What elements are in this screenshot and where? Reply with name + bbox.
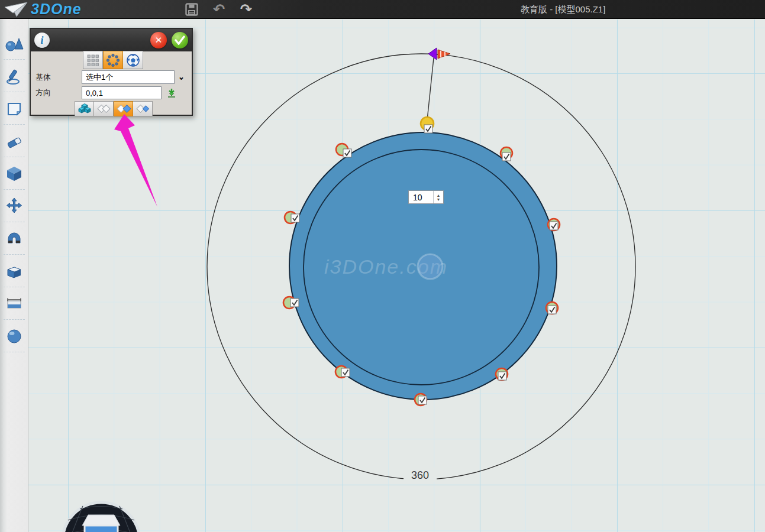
pattern-mode-buttons bbox=[75, 101, 153, 116]
redo-icon: ↷ bbox=[240, 2, 252, 17]
primitives-icon bbox=[5, 35, 24, 53]
window-title: 教育版 - [模型005.Z1] bbox=[521, 4, 605, 15]
mode-spacing-direction[interactable] bbox=[114, 101, 133, 116]
application-window: 360 i3DOne.com bbox=[0, 0, 765, 532]
tool-sidebar bbox=[0, 19, 28, 532]
pattern-instance-toggle[interactable] bbox=[415, 394, 427, 406]
cancel-button[interactable]: ✕ bbox=[150, 32, 167, 48]
pattern-instance-toggle[interactable] bbox=[336, 144, 351, 157]
pattern-type-tabs bbox=[83, 51, 143, 69]
pattern-instance-toggle[interactable] bbox=[548, 219, 560, 231]
angle-value-label: 360 bbox=[411, 469, 429, 481]
sidebar-item-sketch-plane[interactable] bbox=[0, 92, 28, 125]
direction-field-row: 方向 bbox=[31, 86, 194, 99]
instance-checkbox bbox=[341, 368, 350, 377]
tab-circular-pattern[interactable] bbox=[103, 51, 123, 69]
section-measure-icon bbox=[5, 295, 23, 313]
sidebar-item-move[interactable] bbox=[0, 190, 28, 222]
direction-field-input[interactable] bbox=[82, 86, 162, 99]
confirm-button[interactable] bbox=[172, 32, 188, 48]
handle-leader-line bbox=[427, 58, 434, 120]
pattern-instance-selected[interactable] bbox=[421, 117, 434, 133]
circular-pattern-dialog: i ✕ bbox=[30, 28, 193, 116]
solid-cube-icon bbox=[5, 165, 23, 183]
chevron-double-down-icon[interactable]: ⌄⌄ bbox=[178, 76, 185, 79]
instance-checkbox bbox=[498, 372, 506, 380]
close-icon: ✕ bbox=[155, 35, 163, 46]
info-button[interactable]: i bbox=[34, 33, 50, 48]
spacing-direction-icon bbox=[116, 102, 131, 115]
sidebar-item-section[interactable] bbox=[0, 287, 28, 320]
instance-count-spinner[interactable]: ▲ ▼ bbox=[408, 190, 444, 204]
sidebar-item-solid[interactable] bbox=[0, 157, 28, 190]
sidebar-item-eraser[interactable] bbox=[0, 125, 28, 157]
pattern-solid-icon bbox=[77, 102, 92, 115]
undo-icon: ↶ bbox=[213, 2, 225, 17]
view-cube-front-face bbox=[85, 525, 118, 532]
tab-pattern-on-shape[interactable] bbox=[123, 51, 143, 69]
redo-button[interactable]: ↷ bbox=[238, 2, 254, 17]
watermark: i3DOne.com bbox=[324, 254, 448, 279]
spinner-arrows[interactable]: ▲ ▼ bbox=[433, 191, 443, 203]
base-field-label: 基体 bbox=[31, 72, 82, 83]
render-sphere-icon bbox=[5, 327, 23, 345]
instance-checkbox bbox=[502, 153, 511, 161]
pattern-instance-toggle[interactable] bbox=[546, 302, 558, 314]
mode-spacing-fill[interactable] bbox=[133, 101, 153, 116]
instance-checkbox bbox=[290, 299, 299, 307]
rotation-drag-handle[interactable] bbox=[428, 48, 450, 60]
base-field-input[interactable] bbox=[82, 70, 175, 84]
watermark-logo-icon bbox=[418, 254, 443, 279]
instance-checkbox bbox=[291, 214, 299, 222]
move-icon bbox=[5, 197, 23, 215]
dialog-header: i ✕ bbox=[31, 29, 192, 51]
spacing-even-icon bbox=[96, 102, 111, 115]
base-field-row: 基体 ⌄⌄ bbox=[31, 70, 194, 84]
title-bar: 3DOne ↶ ↷ 教育版 - [模型005.Z1] bbox=[0, 0, 765, 19]
instance-checkbox bbox=[418, 396, 427, 404]
app-logo-text: 3DOne bbox=[31, 1, 82, 18]
spacing-fill-icon bbox=[135, 102, 150, 115]
pattern-instance-toggle[interactable] bbox=[285, 212, 299, 223]
linear-pattern-icon bbox=[86, 53, 100, 67]
sidebar-item-snap[interactable] bbox=[0, 222, 28, 255]
direction-field-label: 方向 bbox=[31, 87, 82, 98]
pattern-instance-toggle[interactable] bbox=[283, 297, 299, 309]
view-cube-top-face bbox=[82, 515, 120, 525]
pattern-instance-toggle[interactable] bbox=[501, 147, 512, 161]
sidebar-item-special-features[interactable] bbox=[0, 255, 28, 287]
instance-checkbox bbox=[550, 222, 558, 230]
app-logo: 3DOne bbox=[0, 1, 124, 18]
undo-button[interactable]: ↶ bbox=[211, 2, 227, 17]
pick-direction-icon[interactable] bbox=[166, 87, 177, 98]
spinner-down-icon[interactable]: ▼ bbox=[437, 197, 441, 202]
mode-spacing-even[interactable] bbox=[94, 101, 114, 116]
mode-pattern-geometry[interactable] bbox=[75, 101, 94, 116]
eraser-icon bbox=[5, 132, 23, 150]
sketch-plane-icon bbox=[5, 100, 23, 118]
save-button[interactable] bbox=[183, 2, 200, 17]
sidebar-item-sketch[interactable] bbox=[0, 60, 28, 92]
instance-checkbox bbox=[343, 149, 351, 157]
instance-checkbox bbox=[424, 125, 432, 133]
instance-count-input[interactable] bbox=[409, 191, 433, 203]
spinner-up-icon[interactable]: ▲ bbox=[437, 193, 441, 197]
check-icon bbox=[175, 35, 185, 45]
circular-pattern-icon bbox=[106, 53, 120, 67]
pattern-instance-toggle[interactable] bbox=[496, 368, 508, 380]
instance-checkbox bbox=[548, 306, 556, 314]
special-features-icon bbox=[5, 262, 23, 280]
save-icon bbox=[185, 3, 198, 16]
magnet-snap-icon bbox=[5, 230, 23, 248]
sketch-pen-icon bbox=[5, 67, 23, 85]
tab-linear-pattern[interactable] bbox=[83, 51, 103, 69]
paper-plane-icon bbox=[4, 1, 28, 18]
sidebar-item-primitives[interactable] bbox=[0, 27, 28, 60]
sidebar-item-render[interactable] bbox=[0, 320, 28, 352]
pattern-on-shape-icon bbox=[126, 53, 140, 67]
view-cube-navigator[interactable] bbox=[63, 502, 140, 532]
